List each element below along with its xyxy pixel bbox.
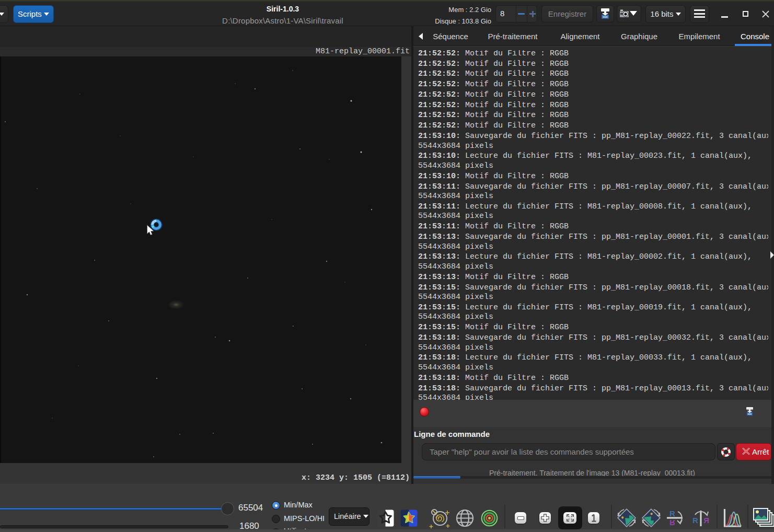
svg-text:R: R — [669, 518, 675, 527]
svg-text:R: R — [692, 516, 698, 525]
svg-text:R: R — [703, 516, 709, 525]
svg-text:R: R — [669, 509, 675, 518]
